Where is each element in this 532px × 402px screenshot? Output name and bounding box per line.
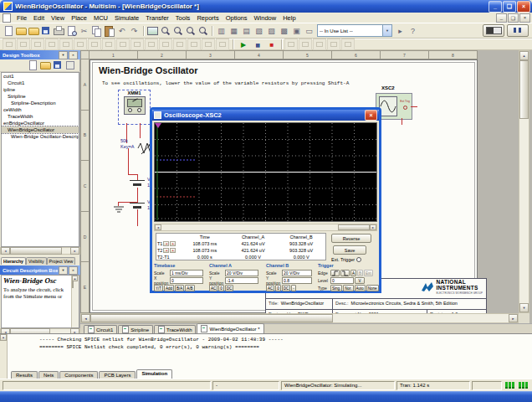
mdi-close-button[interactable]: × <box>519 13 530 23</box>
oscilloscope-close-button[interactable]: × <box>365 110 377 121</box>
toolbox-tab[interactable]: Project View <box>47 257 76 265</box>
place-power-icon[interactable] <box>145 39 158 50</box>
reverse-button[interactable]: Reverse <box>331 234 371 243</box>
pause-at-condition-icon[interactable] <box>284 39 298 50</box>
t2-left-icon[interactable]: ◄ <box>163 248 169 253</box>
menu-item[interactable]: View <box>48 14 68 22</box>
place-ttl-icon[interactable] <box>74 39 87 50</box>
run-stop-switch-button[interactable] <box>483 24 504 37</box>
menu-item[interactable]: Tools <box>172 14 194 22</box>
scroll-thumb[interactable] <box>338 224 370 230</box>
scroll-thumb[interactable] <box>90 314 333 322</box>
wire[interactable] <box>140 123 141 138</box>
save-button[interactable]: Save <box>333 245 366 255</box>
tree-item[interactable]: WienBridgeOscillator <box>2 126 79 133</box>
tree-item[interactable]: Wien-Bridge Oscillator-Description <box>2 133 79 140</box>
spreadsheet-tab[interactable]: Nets <box>38 371 59 379</box>
scope-horizontal-scrollbar[interactable]: ◄ ► <box>154 224 377 231</box>
wire[interactable] <box>137 188 138 203</box>
trigger-level-input[interactable] <box>330 277 354 284</box>
document-tab[interactable]: TraceWidth <box>154 325 196 333</box>
in-use-list-combo[interactable]: ▼ <box>317 24 392 37</box>
panel-menu-icon[interactable]: ▼ <box>59 51 68 59</box>
zoom-fit-icon[interactable] <box>197 25 209 37</box>
oscilloscope-display[interactable] <box>154 122 377 222</box>
place-diode-icon[interactable] <box>31 39 44 50</box>
place-peripherals-icon[interactable] <box>173 39 187 50</box>
menu-item[interactable]: File <box>13 14 30 22</box>
run-icon[interactable]: ▶ <box>236 39 250 50</box>
oscilloscope-titlebar[interactable]: Oscilloscope-XSC2 × <box>152 110 379 121</box>
tree-item[interactable]: TraceWidth <box>2 113 79 120</box>
channel-a-yposition-input[interactable] <box>225 277 258 284</box>
channel-b-coupling-button[interactable]: - <box>291 285 296 291</box>
place-cmos-icon[interactable] <box>88 39 101 50</box>
tree-item[interactable]: enBridgeOscillator <box>2 120 79 126</box>
description-vertical-scrollbar[interactable]: ▲ <box>71 276 79 327</box>
menu-item[interactable]: Reports <box>193 14 222 22</box>
channel-b-yposition-input[interactable] <box>282 277 312 284</box>
channel-a-scale-input[interactable] <box>225 270 258 276</box>
tree-item[interactable]: Circuit1 <box>2 80 79 86</box>
undo-icon[interactable]: ↶ <box>115 25 128 37</box>
open-sample-icon[interactable] <box>28 25 40 37</box>
breakpoint-icon[interactable] <box>327 39 340 50</box>
trigger-type-button[interactable]: Sing. <box>330 285 342 291</box>
menu-item[interactable]: Place <box>68 14 90 22</box>
print-preview-icon[interactable] <box>65 25 78 37</box>
scroll-thumb[interactable] <box>519 60 529 119</box>
channel-b-scale-input[interactable] <box>282 270 312 276</box>
scroll-right-icon[interactable]: ► <box>509 314 518 322</box>
breadboard-icon[interactable]: ▣ <box>290 25 303 37</box>
description-titlebar[interactable]: Circuit Description Box ▼ × <box>0 265 80 275</box>
open-document-icon[interactable] <box>39 59 52 71</box>
instrument-icon[interactable] <box>341 39 355 50</box>
forward-annotate-icon[interactable]: ▸ <box>394 25 407 37</box>
menu-item[interactable]: MCU <box>90 14 111 22</box>
place-indicator-icon[interactable] <box>130 39 144 50</box>
place-mixed-icon[interactable] <box>116 39 130 50</box>
timebase-mode-button[interactable]: A/B <box>185 285 194 291</box>
design-toolbox-icon[interactable]: ▥ <box>215 25 228 37</box>
place-transistor-icon[interactable] <box>45 39 59 50</box>
t1-left-icon[interactable]: ◄ <box>163 241 169 246</box>
new-document-icon[interactable] <box>27 59 39 71</box>
zoom-area-icon[interactable] <box>184 25 197 37</box>
spreadsheet-tab[interactable]: PCB Layers <box>99 371 136 379</box>
canvas-vertical-scrollbar[interactable]: ▲ ▼ <box>519 50 529 313</box>
ground-symbol[interactable] <box>112 206 125 214</box>
back-annotate-icon[interactable]: ▭ <box>303 25 315 37</box>
channel-b-coupling-button[interactable]: DC <box>282 285 291 291</box>
cut-icon[interactable]: ✂ <box>78 25 90 37</box>
design-toolbox-titlebar[interactable]: Design Toolbox ▼ × <box>0 50 80 59</box>
trigger-type-button[interactable]: Auto <box>355 285 366 291</box>
scroll-left-icon[interactable]: ◄ <box>155 224 161 230</box>
scroll-thumb[interactable] <box>72 281 74 288</box>
tree-item[interactable]: Stripline <box>2 93 79 100</box>
scroll-right-icon[interactable]: ► <box>70 247 79 255</box>
print-icon[interactable] <box>53 25 65 37</box>
help-icon[interactable]: ? <box>407 25 419 37</box>
menu-item[interactable]: Options <box>223 14 251 22</box>
toggle-fullscreen-icon[interactable] <box>146 25 159 37</box>
panel-grip[interactable]: ▲ <box>0 334 8 379</box>
scroll-thumb[interactable] <box>10 247 62 255</box>
postprocessor-icon[interactable]: ▨ <box>265 25 278 37</box>
tree-item[interactable]: cuit1 <box>2 73 79 80</box>
windows-taskbar[interactable] <box>0 391 532 402</box>
t1-right-icon[interactable]: ► <box>170 241 176 246</box>
in-use-list-input[interactable] <box>318 28 382 34</box>
grapher-icon[interactable]: ▧ <box>253 25 265 37</box>
erc-icon[interactable]: ▩ <box>278 25 290 37</box>
place-source-icon[interactable] <box>3 39 16 50</box>
database-manager-icon[interactable]: ▤ <box>240 25 253 37</box>
trigger-type-button[interactable]: Nor. <box>343 285 353 291</box>
menu-item[interactable]: Simulate <box>111 14 142 22</box>
rising-edge-icon[interactable] <box>330 270 340 276</box>
menu-item[interactable]: Help <box>279 14 299 22</box>
minimize-button[interactable]: _ <box>489 1 502 13</box>
menu-item[interactable]: Edit <box>30 14 48 22</box>
wire[interactable] <box>402 118 402 125</box>
spreadsheet-tab[interactable]: Components <box>59 371 98 379</box>
place-electromech-icon[interactable] <box>202 39 215 50</box>
